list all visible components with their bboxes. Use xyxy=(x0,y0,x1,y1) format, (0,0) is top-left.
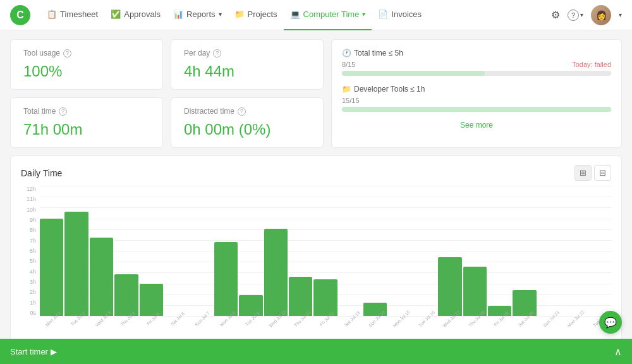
bar[interactable] xyxy=(413,186,437,316)
bar[interactable] xyxy=(588,186,611,316)
alert-2-folder-icon: 📁 xyxy=(342,85,351,94)
distracted-help-icon: ? xyxy=(238,107,246,116)
computer-time-chevron: ▾ xyxy=(362,11,365,18)
help-chevron: ▾ xyxy=(580,11,583,18)
total-time-value: 71h 00m xyxy=(23,121,150,138)
bar[interactable] xyxy=(538,186,561,316)
stats-bottom-row: Total time ? 71h 00m Distracted time ? 0… xyxy=(10,97,324,148)
navigation: C 📋 Timesheet ✅ Approvals 📊 Reports ▾ 📁 … xyxy=(0,0,632,30)
approvals-icon: ✅ xyxy=(111,9,121,19)
chart-card: Daily Time ⊞ ⊟ 12h 11h 10h 9h 8h 7h 6h 5… xyxy=(10,155,622,341)
bar[interactable] xyxy=(64,186,88,316)
alert-item-2: 📁 Developer Tools ≤ 1h 15/15 xyxy=(342,85,611,112)
computer-time-icon: 💻 xyxy=(290,9,300,19)
per-day-value: 4h 44m xyxy=(184,63,310,80)
see-more-button[interactable]: See more xyxy=(342,121,611,130)
distracted-time-label: Distracted time ? xyxy=(184,107,310,116)
chat-bubble[interactable]: 💬 xyxy=(599,311,622,334)
user-chevron[interactable]: ▾ xyxy=(619,11,622,18)
alert-1-title: 🕐 Total time ≤ 5h xyxy=(342,49,611,58)
bar[interactable] xyxy=(140,186,163,316)
bar[interactable] xyxy=(562,186,586,316)
top-section: Tool usage ? 100% Per day ? 4h 44m xyxy=(10,39,622,148)
distracted-time-value: 0h 00m (0%) xyxy=(184,121,310,138)
help-icon: ? xyxy=(568,9,579,21)
nav-invoices[interactable]: 📄 Invoices xyxy=(372,0,428,30)
timesheet-icon: 📋 xyxy=(47,9,57,19)
alert-1-progress-bg xyxy=(342,71,611,76)
bar[interactable] xyxy=(289,186,312,316)
chart-title: Daily Time xyxy=(21,168,62,178)
alert-2-progress-fill xyxy=(342,107,611,112)
alert-1-count: 8/15 xyxy=(342,61,355,68)
bar[interactable] xyxy=(388,186,411,316)
bar[interactable] xyxy=(189,186,212,316)
start-timer-label: Start timer ▶ xyxy=(10,347,57,356)
alert-2-progress-bg xyxy=(342,107,611,112)
bar[interactable] xyxy=(313,186,337,316)
bar[interactable] xyxy=(90,186,113,316)
nav-approvals[interactable]: ✅ Approvals xyxy=(104,0,167,30)
total-time-card: Total time ? 71h 00m xyxy=(10,97,163,148)
total-time-help-icon: ? xyxy=(59,107,67,116)
alert-1-progress-fill xyxy=(342,71,485,76)
x-labels: Mon Jul 1Tue Jul 2Wed Jul 3Thu Jul 4Fri … xyxy=(40,316,611,331)
nav-projects[interactable]: 📁 Projects xyxy=(228,0,284,30)
nav-right: ⚙ ? ▾ 👩 ▾ xyxy=(551,5,622,25)
nav-computer-time[interactable]: 💻 Computer Time ▾ xyxy=(284,0,372,30)
bar[interactable] xyxy=(363,186,387,316)
help-button[interactable]: ? ▾ xyxy=(568,9,583,21)
bar[interactable] xyxy=(488,186,511,316)
bar[interactable] xyxy=(239,186,262,316)
bar[interactable] xyxy=(114,186,138,316)
tool-usage-help-icon: ? xyxy=(63,49,71,58)
tool-usage-label: Tool usage ? xyxy=(23,49,150,58)
main-content: Tool usage ? 100% Per day ? 4h 44m xyxy=(0,30,632,364)
left-stats: Tool usage ? 100% Per day ? 4h 44m xyxy=(10,39,324,148)
per-day-card: Per day ? 4h 44m xyxy=(171,39,324,90)
alerts-card: 🕐 Total time ≤ 5h 8/15 Today: failed 📁 D… xyxy=(331,39,622,148)
tool-usage-value: 100% xyxy=(23,63,150,80)
bar[interactable] xyxy=(214,186,238,316)
alert-1-progress-row: 8/15 Today: failed xyxy=(342,61,611,68)
invoices-icon: 📄 xyxy=(378,9,388,19)
bar[interactable] xyxy=(438,186,461,316)
chart-header: Daily Time ⊞ ⊟ xyxy=(21,165,611,181)
per-day-label: Per day ? xyxy=(184,49,310,58)
avatar[interactable]: 👩 xyxy=(591,5,611,25)
stats-top-row: Tool usage ? 100% Per day ? 4h 44m xyxy=(10,39,324,90)
alert-2-count: 15/15 xyxy=(342,97,360,104)
bar[interactable] xyxy=(264,186,288,316)
bar[interactable] xyxy=(463,186,487,316)
alert-1-today: Today: failed xyxy=(572,61,611,68)
gear-button[interactable]: ⚙ xyxy=(551,9,560,21)
projects-icon: 📁 xyxy=(234,9,245,19)
per-day-help-icon: ? xyxy=(213,49,221,58)
alert-1-clock-icon: 🕐 xyxy=(342,49,351,58)
chart-area: 12h 11h 10h 9h 8h 7h 6h 5h 4h 3h 2h 1h 0… xyxy=(21,186,611,331)
total-time-label: Total time ? xyxy=(23,107,150,116)
chart-view-buttons: ⊞ ⊟ xyxy=(574,165,611,181)
chat-icon: 💬 xyxy=(604,317,617,329)
reports-chevron: ▾ xyxy=(219,11,222,18)
tool-usage-card: Tool usage ? 100% xyxy=(10,39,163,90)
bar[interactable] xyxy=(40,186,63,316)
alert-item-1: 🕐 Total time ≤ 5h 8/15 Today: failed xyxy=(342,49,611,76)
y-axis: 12h 11h 10h 9h 8h 7h 6h 5h 4h 3h 2h 1h 0… xyxy=(21,186,39,316)
chart-table-view-button[interactable]: ⊟ xyxy=(594,165,611,181)
nav-timesheet[interactable]: 📋 Timesheet xyxy=(40,0,104,30)
bar[interactable] xyxy=(513,186,536,316)
nav-reports[interactable]: 📊 Reports ▾ xyxy=(167,0,228,30)
bars-container xyxy=(40,186,611,316)
reports-icon: 📊 xyxy=(173,9,183,19)
bar[interactable] xyxy=(164,186,188,316)
logo[interactable]: C xyxy=(10,5,30,25)
start-timer-bar[interactable]: Start timer ▶ ∧ xyxy=(0,339,632,364)
alert-2-progress-row: 15/15 xyxy=(342,97,611,104)
chart-bar-view-button[interactable]: ⊞ xyxy=(574,165,592,181)
alert-2-title: 📁 Developer Tools ≤ 1h xyxy=(342,85,611,94)
bar[interactable] xyxy=(339,186,362,316)
start-timer-chevron: ∧ xyxy=(614,346,622,358)
distracted-time-card: Distracted time ? 0h 00m (0%) xyxy=(171,97,324,148)
